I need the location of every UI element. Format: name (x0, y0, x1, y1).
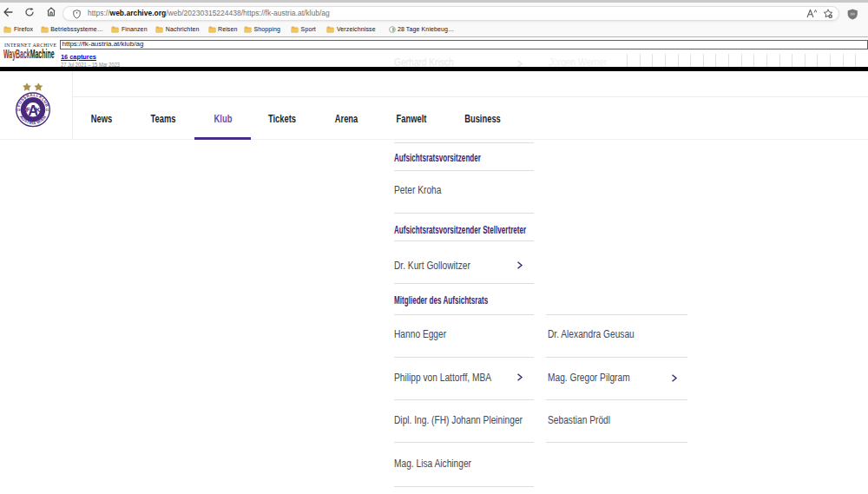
svg-text:A: A (28, 102, 38, 118)
svg-text:19: 19 (17, 109, 21, 112)
svg-text:11: 11 (46, 109, 49, 112)
